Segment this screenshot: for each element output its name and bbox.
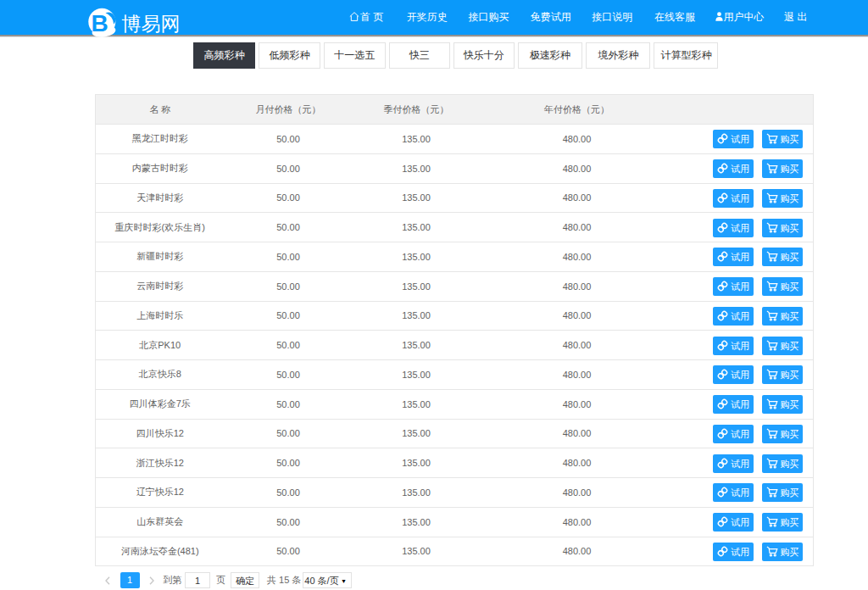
svg-text:B: B [91, 10, 108, 36]
